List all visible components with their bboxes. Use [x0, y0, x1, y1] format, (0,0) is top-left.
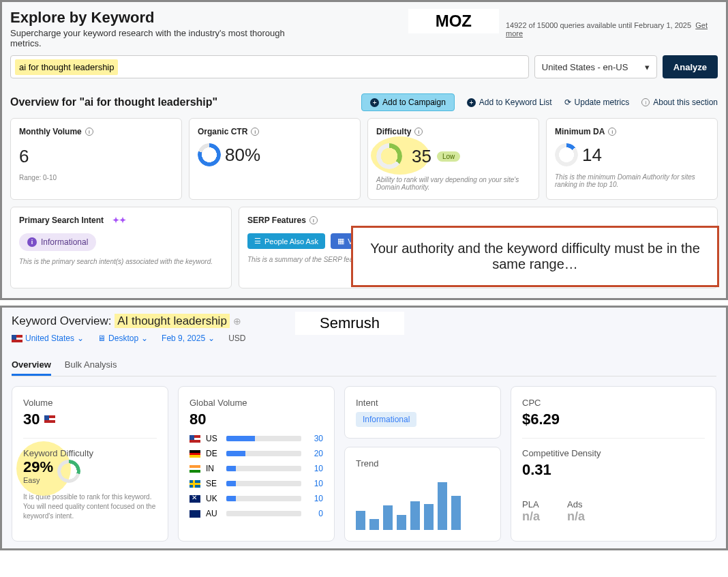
volume-kd-card: Volume 30 Keyword Difficulty 29% Easy It… — [12, 386, 168, 542]
info-icon[interactable]: i — [414, 128, 423, 136]
primary-intent-card: Primary Search Intent ✦✦ iInformational … — [10, 207, 232, 288]
difficulty-donut-icon — [376, 143, 402, 169]
volume-label: Volume — [23, 398, 157, 408]
min-da-card: Minimum DAi 14 This is the minimum Domai… — [546, 118, 718, 200]
flag-icon — [189, 480, 200, 488]
trend-bar — [451, 496, 461, 530]
tab-overview[interactable]: Overview — [12, 355, 51, 376]
minda-donut-icon — [555, 143, 578, 166]
annotation-callout: Your authority and the keyword difficult… — [351, 226, 719, 287]
currency-label: USD — [228, 334, 245, 343]
country-volume-link[interactable]: 20 — [307, 449, 323, 458]
country-volume-link[interactable]: 10 — [307, 494, 323, 503]
keyword-search-input[interactable]: ai for thought leadership — [10, 55, 529, 78]
device-filter[interactable]: 🖥Desktop ⌄ — [97, 334, 148, 343]
volume-range: Range: 0-10 — [19, 174, 173, 181]
country-code: IN — [206, 464, 221, 473]
volume-value: 6 — [19, 146, 173, 167]
kd-note: It is quite possible to rank for this ke… — [23, 492, 157, 521]
organic-ctr-card: Organic CTRi 80% — [189, 118, 361, 200]
global-volume-row: IN10 — [189, 464, 323, 473]
plus-icon: + — [467, 98, 476, 107]
sparkle-icon: ✦✦ — [112, 216, 126, 225]
trend-card: Trend — [344, 447, 501, 542]
flag-us-icon — [44, 415, 55, 423]
cpc-value: $6.29 — [522, 411, 705, 428]
flag-icon — [189, 450, 200, 458]
trend-bar — [410, 501, 420, 530]
info-icon[interactable]: i — [608, 128, 616, 136]
add-to-keyword-list-button[interactable]: +Add to Keyword List — [467, 98, 552, 107]
plus-icon: + — [370, 98, 379, 107]
global-volume-card: Global Volume 80 US30DE20IN10SE10UK10AU0 — [178, 386, 335, 542]
info-icon[interactable]: i — [85, 128, 93, 136]
pla-label: PLA — [522, 499, 540, 509]
country-filter[interactable]: United States ⌄ — [12, 334, 84, 343]
trend-bar — [397, 515, 406, 530]
update-metrics-button[interactable]: ⟳Update metrics — [564, 98, 630, 107]
global-volume-row: DE20 — [189, 449, 323, 458]
volume-value: 30 — [23, 411, 157, 428]
add-icon[interactable]: ⊕ — [233, 316, 241, 327]
trend-chart — [356, 482, 489, 530]
country-code: SE — [206, 479, 221, 488]
country-code: AU — [206, 509, 221, 518]
global-volume-row: UK10 — [189, 494, 323, 503]
kd-value: 29% — [23, 458, 53, 476]
semrush-panel: Keyword Overview: AI thought leadership … — [0, 306, 728, 550]
quota-text: 14922 of 15000 queries available until F… — [506, 21, 718, 38]
chevron-down-icon: ⌄ — [77, 334, 84, 343]
date-filter[interactable]: Feb 9, 2025 ⌄ — [162, 334, 215, 343]
serp-pill-paa[interactable]: ☰ People Also Ask — [247, 233, 325, 249]
country-volume-link[interactable]: 10 — [307, 464, 323, 473]
country-volume-link[interactable]: 0 — [307, 509, 323, 518]
kd-easy-label: Easy — [23, 476, 53, 484]
global-volume-row: US30 — [189, 434, 323, 443]
analyze-button[interactable]: Analyze — [663, 55, 718, 78]
chevron-down-icon: ⌄ — [141, 334, 148, 343]
country-code: US — [206, 434, 221, 443]
moz-panel: Explore by Keyword Supercharge your keyw… — [0, 0, 728, 300]
desktop-icon: 🖥 — [97, 334, 106, 343]
info-icon[interactable]: i — [251, 128, 259, 136]
about-section-button[interactable]: iAbout this section — [641, 98, 718, 107]
ctr-value: 80% — [225, 145, 260, 166]
difficulty-note: Ability to rank will vary depending on y… — [376, 176, 530, 191]
ads-value: n/a — [567, 509, 585, 524]
trend-bar — [356, 511, 365, 530]
minda-value: 14 — [582, 145, 602, 166]
moz-brand-label: MOZ — [408, 9, 499, 33]
moz-title: Explore by Keyword — [10, 9, 306, 27]
trend-bar — [438, 482, 447, 530]
difficulty-badge: Low — [437, 151, 460, 162]
country-volume-link[interactable]: 10 — [307, 479, 323, 488]
flag-icon — [189, 510, 200, 518]
difficulty-card: Difficultyi 35 Low Ability to rank will … — [367, 118, 539, 200]
semrush-keyword-highlight: AI thought leadership — [115, 314, 230, 328]
cpc-card: CPC $6.29 Competitive Density 0.31 PLA n… — [511, 386, 716, 542]
chevron-down-icon: ▾ — [645, 62, 650, 72]
info-icon[interactable]: i — [309, 216, 318, 224]
intent-note: This is the primary search intent(s) ass… — [19, 258, 223, 265]
add-to-campaign-button[interactable]: +Add to Campaign — [361, 93, 455, 111]
kd-label: Keyword Difficulty — [23, 448, 157, 458]
trend-bar — [424, 504, 434, 530]
chevron-down-icon: ⌄ — [208, 334, 215, 343]
intent-badge: Informational — [356, 412, 416, 427]
density-label: Competitive Density — [522, 448, 705, 458]
country-volume-link[interactable]: 30 — [307, 434, 323, 443]
intent-pill: iInformational — [19, 233, 96, 251]
overview-title: Overview for "ai for thought leadership" — [10, 96, 217, 108]
intent-label: Intent — [356, 398, 489, 408]
cpc-label: CPC — [522, 398, 705, 408]
locale-select[interactable]: United States - en-US▾ — [534, 55, 657, 78]
search-value-highlight: ai for thought leadership — [15, 59, 118, 75]
tab-bulk-analysis[interactable]: Bulk Analysis — [65, 355, 117, 376]
ctr-donut-icon — [198, 143, 221, 166]
flag-icon — [189, 435, 200, 443]
ads-label: Ads — [567, 499, 585, 509]
trend-label: Trend — [356, 458, 489, 469]
density-value: 0.31 — [522, 461, 705, 479]
flag-us-icon — [12, 335, 22, 342]
difficulty-value: 35 — [412, 146, 431, 167]
